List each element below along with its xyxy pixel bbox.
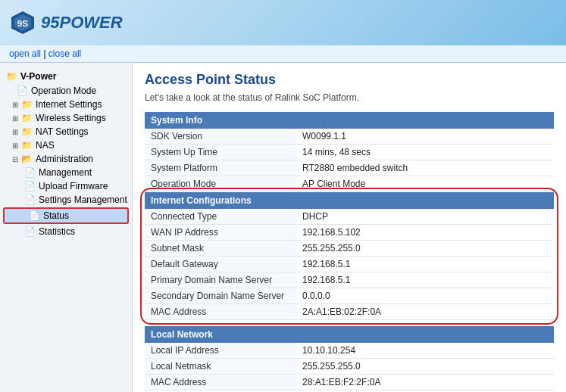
sidebar-item-nas[interactable]: ⊞ 📁 NAS	[0, 138, 132, 152]
page-title: Access Point Status	[145, 72, 554, 88]
folder-icon: 📁	[21, 126, 33, 137]
row-label: Subnet Mask	[145, 241, 296, 257]
local-network-header: Local Network	[145, 326, 554, 343]
internet-config-header: Internet Configurations	[145, 192, 554, 209]
row-value: DHCP	[296, 209, 554, 225]
sidebar-item-upload-firmware[interactable]: 📄 Upload Firmware	[0, 179, 132, 193]
folder-icon: 📁	[21, 140, 33, 151]
sidebar-item-statistics[interactable]: 📄 Statistics	[0, 225, 132, 238]
row-label: WAN IP Address	[145, 225, 296, 241]
expand-icon: ⊞	[12, 128, 18, 136]
sidebar-label: Management	[39, 167, 92, 178]
close-all-link[interactable]: close all	[48, 48, 81, 59]
row-label: Secondary Domain Name Server	[145, 288, 296, 304]
doc-icon: 📄	[24, 167, 36, 178]
sidebar-item-settings-management[interactable]: 📄 Settings Management	[0, 193, 132, 207]
table-row: System Up Time 14 mins, 48 secs	[145, 145, 554, 160]
sidebar-item-administration[interactable]: ⊟ 📂 Administration	[0, 152, 132, 166]
sidebar-item-wireless-settings[interactable]: ⊞ 📁 Wireless Settings	[0, 111, 132, 125]
table-row: MAC Address 2A:A1:EB:02:2F:0A	[145, 304, 554, 320]
row-label: Default Gateway	[145, 257, 296, 272]
folder-icon: 📁	[21, 113, 33, 123]
row-value: 14 mins, 48 secs	[296, 145, 554, 160]
expand-icon: ⊞	[12, 142, 18, 150]
nav-bar: open all | close all	[0, 45, 566, 63]
doc-icon: 📄	[24, 226, 36, 237]
row-value: 10.10.10.254	[296, 343, 554, 359]
table-row: Operation Mode AP Client Mode	[145, 176, 554, 192]
table-row: System Platform RT2880 embedded switch	[145, 160, 554, 176]
internet-config-table: Internet Configurations Connected Type D…	[145, 192, 554, 320]
system-info-table: System Info SDK Version W0099.1.1 System…	[145, 112, 554, 192]
row-value: 255.255.255.0	[296, 241, 554, 257]
nav-separator: |	[43, 48, 45, 59]
folder-icon: 📁	[21, 99, 33, 110]
sidebar-item-internet-settings[interactable]: ⊞ 📁 Internet Settings	[0, 98, 132, 111]
table-row: WAN IP Address 192.168.5.102	[145, 225, 554, 241]
table-row: Primary Domain Name Server 192.168.5.1	[145, 272, 554, 288]
logo-container: 9S 95POWER	[9, 9, 123, 36]
row-value: 192.168.5.1	[296, 272, 554, 288]
row-label: Local Netmask	[145, 359, 296, 375]
sidebar-label: Internet Settings	[36, 99, 102, 110]
sidebar-label: NAT Settings	[36, 126, 89, 137]
sidebar-label: Administration	[36, 154, 93, 164]
table-row: Subnet Mask 255.255.255.0	[145, 241, 554, 257]
open-all-link[interactable]: open all	[9, 48, 41, 59]
row-label: Local IP Address	[145, 343, 296, 359]
sidebar-item-management[interactable]: 📄 Management	[0, 166, 132, 179]
row-value: 192.168.5.1	[296, 257, 554, 272]
row-value: W0099.1.1	[296, 129, 554, 145]
doc-icon: 📄	[17, 86, 28, 96]
row-label: System Platform	[145, 160, 296, 176]
folder-open-icon: 📁	[6, 71, 17, 82]
logo-icon: 9S	[9, 9, 36, 36]
sidebar-label: Upload Firmware	[39, 181, 108, 191]
row-value: 0.0.0.0	[296, 288, 554, 304]
row-label: Primary Domain Name Server	[145, 272, 296, 288]
expand-icon: ⊞	[12, 101, 18, 109]
row-label: Connected Type	[145, 209, 296, 225]
logo-text: 95POWER	[41, 13, 123, 33]
sidebar-label: Settings Management	[39, 194, 127, 205]
doc-icon: 📄	[24, 194, 36, 205]
svg-text:9S: 9S	[17, 18, 29, 28]
expand-icon: ⊟	[12, 155, 18, 163]
table-row: MAC Address 28:A1:EB:F2:2F:0A	[145, 375, 554, 390]
table-row: Secondary Domain Name Server 0.0.0.0	[145, 288, 554, 304]
row-label: MAC Address	[145, 304, 296, 320]
sidebar-label: Statistics	[39, 226, 75, 237]
table-row: Local Netmask 255.255.255.0	[145, 359, 554, 375]
sidebar: 📁 V-Power 📄 Operation Mode ⊞ 📁 Internet …	[0, 63, 133, 392]
sidebar-item-status[interactable]: 📄 Status	[3, 207, 129, 224]
sidebar-label: Operation Mode	[31, 86, 96, 96]
sidebar-item-operation-mode[interactable]: 📄 Operation Mode	[0, 84, 132, 98]
page-subtitle: Let's take a look at the status of Ralin…	[145, 92, 554, 103]
table-row: Connected Type DHCP	[145, 209, 554, 225]
row-value: 28:A1:EB:F2:2F:0A	[296, 375, 554, 390]
doc-icon: 📄	[24, 181, 36, 191]
local-network-table: Local Network Local IP Address 10.10.10.…	[145, 326, 554, 390]
table-row: SDK Version W0099.1.1	[145, 129, 554, 145]
sidebar-root-item[interactable]: 📁 V-Power	[0, 69, 132, 84]
sidebar-label: Wireless Settings	[36, 113, 106, 123]
row-label: System Up Time	[145, 145, 296, 160]
row-label: Operation Mode	[145, 176, 296, 192]
doc-icon: 📄	[29, 210, 40, 221]
row-value: AP Client Mode	[296, 176, 554, 192]
header: 9S 95POWER	[0, 0, 566, 45]
row-value: 255.255.255.0	[296, 359, 554, 375]
main-layout: 📁 V-Power 📄 Operation Mode ⊞ 📁 Internet …	[0, 63, 566, 392]
folder-open-icon: 📂	[21, 154, 33, 164]
sidebar-item-nat-settings[interactable]: ⊞ 📁 NAT Settings	[0, 125, 132, 138]
row-value: RT2880 embedded switch	[296, 160, 554, 176]
sidebar-label: NAS	[36, 140, 55, 151]
table-row: Default Gateway 192.168.5.1	[145, 257, 554, 272]
content-area: Access Point Status Let's take a look at…	[133, 63, 566, 392]
row-label: SDK Version	[145, 129, 296, 145]
row-label: MAC Address	[145, 375, 296, 390]
expand-icon: ⊞	[12, 114, 18, 123]
sidebar-root-label: V-Power	[20, 71, 56, 82]
table-row: Local IP Address 10.10.10.254	[145, 343, 554, 359]
row-value: 2A:A1:EB:02:2F:0A	[296, 304, 554, 320]
